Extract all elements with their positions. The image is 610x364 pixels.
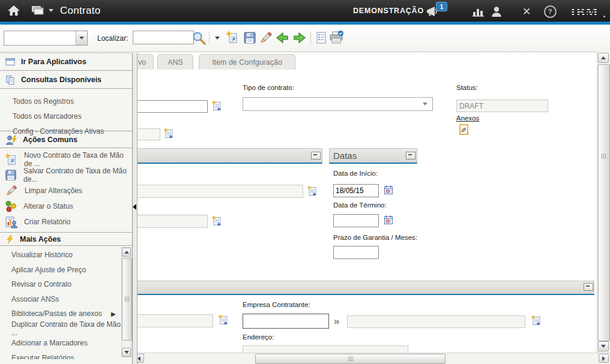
- action-associar-anss[interactable]: Associar ANSs: [0, 292, 132, 307]
- data-termino-calendar-icon[interactable]: [383, 215, 394, 225]
- scroll-up-button[interactable]: [598, 53, 609, 63]
- action-biblioteca-pastas-anexos[interactable]: Biblioteca/Pastas de anexos ▶: [0, 306, 132, 321]
- action-label: Criar Relatório: [24, 218, 70, 226]
- toolbar-separator: [310, 31, 311, 45]
- data-termino-input[interactable]: [333, 214, 379, 227]
- data-inicio-input[interactable]: [333, 184, 379, 197]
- next-record-icon[interactable]: [292, 29, 307, 46]
- save-icon: [5, 169, 17, 181]
- action-revisar-contrato[interactable]: Revisar o Contrato: [0, 277, 132, 292]
- applications-menu-icon[interactable]: [31, 5, 53, 16]
- action-limpar-alteracoes[interactable]: Limpar Alterações: [0, 183, 132, 198]
- contratante-section-minimize-icon[interactable]: [584, 283, 593, 291]
- action-visualizar-historico[interactable]: Visualizar Histórico: [0, 248, 132, 263]
- search-icon[interactable]: [191, 29, 207, 46]
- prazo-garantia-input[interactable]: [333, 246, 379, 259]
- anexos-link[interactable]: Anexos: [456, 115, 479, 122]
- print-icon[interactable]: [328, 29, 344, 46]
- action-label: Novo Contrato de Taxa de Mão de ...: [24, 151, 132, 168]
- secondary-detail-menu-icon[interactable]: [211, 215, 222, 227]
- goto-chevron-icon[interactable]: »: [334, 316, 339, 326]
- record-combobox-button[interactable]: [76, 31, 87, 45]
- ibm-logo: IBM: [570, 4, 599, 20]
- empresa-contratante-input[interactable]: [243, 314, 329, 329]
- datas-section-header: Datas: [329, 148, 417, 164]
- acoes-comuns-label: Ações Comuns: [23, 136, 77, 144]
- lightning-icon: [5, 234, 14, 244]
- empresa-detail-menu-icon[interactable]: [531, 315, 542, 326]
- endereco-label: Endereço:: [243, 333, 274, 341]
- query-todos-os-marcadores[interactable]: Todos os Marcadores: [0, 109, 132, 124]
- empresa-descricao-field: [347, 315, 525, 328]
- documents-icon: [5, 75, 16, 85]
- action-label: Limpar Alterações: [25, 186, 82, 195]
- svg-text:#: #: [11, 158, 14, 164]
- reports-icon[interactable]: [313, 29, 329, 46]
- reports-chart-icon[interactable]: [471, 5, 486, 18]
- tab-item-de-configuracao[interactable]: Item de Confguração: [199, 54, 295, 70]
- action-aplicar-ajuste-preco[interactable]: Aplicar Ajuste de Preço: [0, 263, 132, 278]
- search-menu-separator: [209, 32, 210, 44]
- query-todos-os-registros[interactable]: Todos os Registros: [0, 94, 132, 109]
- contract-detail-menu-icon[interactable]: [211, 100, 222, 112]
- action-duplicar-contrato[interactable]: Duplicar Contrato de Taxa de Mão de ...: [0, 321, 132, 336]
- details-section-minimize-icon[interactable]: [311, 152, 321, 160]
- applications-menu-caret-icon: [49, 9, 53, 12]
- save-icon[interactable]: [242, 29, 258, 46]
- collapse-left-arrow-icon: [133, 204, 136, 210]
- consultas-disponiveis-header[interactable]: Consultas Disponíveis: [0, 71, 132, 89]
- datas-section-title: Datas: [333, 151, 357, 161]
- record-combobox[interactable]: [4, 31, 88, 46]
- mais-acoes-label: Mais Ações: [20, 235, 61, 243]
- description-detail-menu-icon[interactable]: [307, 185, 318, 197]
- new-record-icon[interactable]: #: [225, 29, 240, 46]
- action-adicionar-marcadores[interactable]: Adicionar a Marcadores: [0, 336, 132, 351]
- horizontal-scrollbar-thumb[interactable]: [255, 354, 445, 364]
- search-options-caret-icon[interactable]: [213, 32, 222, 44]
- status-value-field: DRAFT: [456, 100, 548, 112]
- side-panel-scrollbar[interactable]: [121, 247, 131, 357]
- localizar-label: Localizar:: [97, 34, 128, 43]
- scroll-down-button[interactable]: [598, 341, 609, 351]
- close-icon[interactable]: ✕: [519, 5, 534, 18]
- ibm-logo-dot: [603, 16, 605, 17]
- help-icon[interactable]: ?: [542, 5, 558, 18]
- fornecedor-detail-menu-icon[interactable]: [218, 314, 229, 326]
- status-dots-icon: [5, 200, 17, 212]
- action-alterar-status[interactable]: Alterar o Status: [0, 198, 132, 214]
- action-salvar-contrato[interactable]: Salvar Contrato de Taxa de Mão de...: [0, 167, 132, 183]
- data-termino-label: Data de Término:: [333, 201, 387, 209]
- tipo-contrato-select[interactable]: [243, 97, 433, 111]
- record-combobox-value: [4, 31, 76, 45]
- tab-partial[interactable]: vo: [137, 54, 154, 70]
- prazo-garantia-label: Prazo de Garantia / Meses:: [333, 234, 417, 241]
- previous-record-icon[interactable]: [274, 29, 290, 46]
- announcements-icon[interactable]: 1: [425, 5, 441, 18]
- consultas-disponiveis-label: Consultas Disponíveis: [21, 76, 101, 84]
- vertical-scrollbar-thumb[interactable]: [598, 64, 610, 341]
- revision-detail-menu-icon[interactable]: [163, 128, 174, 139]
- action-label: Salvar Contrato de Taxa de Mão de...: [23, 167, 132, 183]
- go-to-applications-header[interactable]: Ir Para Aplicativos: [0, 53, 132, 71]
- tab-ans[interactable]: ANS: [157, 54, 193, 70]
- panel-scroll-up-button[interactable]: [122, 248, 131, 257]
- data-inicio-calendar-icon[interactable]: [383, 185, 394, 195]
- home-icon[interactable]: [7, 5, 20, 18]
- action-executar-relatorios[interactable]: Executar Relatórios: [0, 351, 132, 360]
- panel-scrollbar-thumb[interactable]: [122, 258, 132, 341]
- datas-section-minimize-icon[interactable]: [406, 152, 415, 160]
- tipo-contrato-label: Tipo de contrato:: [243, 84, 294, 91]
- action-criar-relatorio[interactable]: Criar Relatório: [0, 214, 132, 230]
- clear-changes-icon[interactable]: [258, 29, 274, 46]
- person-lightning-icon: [5, 134, 17, 145]
- panel-collapse-strip[interactable]: [133, 53, 137, 364]
- action-novo-contrato[interactable]: # Novo Contrato de Taxa de Mão de ...: [0, 152, 132, 167]
- attachments-clip-icon[interactable]: [458, 124, 471, 137]
- scroll-right-button[interactable]: [599, 354, 609, 363]
- profile-icon[interactable]: [489, 5, 504, 18]
- status-label: Status:: [456, 84, 478, 91]
- mais-acoes-header[interactable]: Mais Ações: [0, 233, 132, 246]
- panel-scroll-down-button[interactable]: [122, 348, 131, 357]
- localizar-input[interactable]: [133, 31, 194, 44]
- common-actions-list: # Novo Contrato de Taxa de Mão de ... Sa…: [0, 148, 132, 233]
